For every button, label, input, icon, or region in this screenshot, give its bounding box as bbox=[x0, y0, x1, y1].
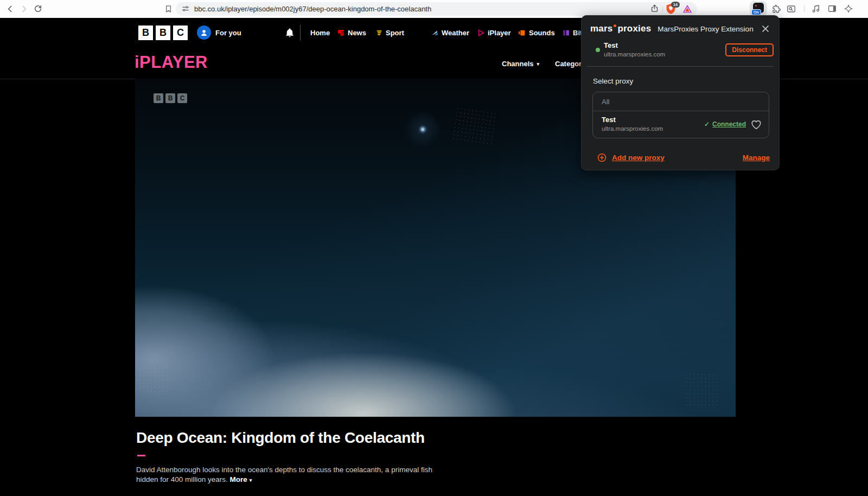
proxy-name: Test bbox=[602, 116, 663, 124]
forward-button[interactable] bbox=[17, 2, 30, 15]
brand-dot-icon bbox=[614, 24, 616, 27]
tune-icon bbox=[181, 4, 190, 13]
marsproxies-brand-logo: marsproxies bbox=[590, 23, 651, 34]
active-proxy-name: Test bbox=[604, 41, 665, 49]
sparkle-icon bbox=[844, 4, 853, 14]
search-window-icon bbox=[786, 4, 796, 14]
for-you-button[interactable]: For you bbox=[197, 26, 241, 40]
proxy-extension-button[interactable]: On bbox=[750, 1, 767, 16]
url-bar[interactable]: bbc.co.uk/iplayer/episode/m002jy67/deep-… bbox=[176, 2, 697, 16]
watermark-letter: B bbox=[154, 93, 163, 103]
nav-label: Home bbox=[310, 29, 330, 37]
forward-icon bbox=[20, 4, 29, 14]
nav-label: Sport bbox=[386, 29, 404, 37]
puzzle-icon bbox=[771, 4, 781, 14]
plankton-speckles bbox=[451, 106, 497, 145]
music-note-icon bbox=[811, 4, 821, 14]
description-line: hidden for 400 million years. bbox=[136, 475, 228, 484]
active-proxy-host: ultra.marsproxies.com bbox=[604, 51, 665, 58]
bookmark-icon bbox=[164, 5, 173, 13]
close-button[interactable] bbox=[761, 24, 770, 34]
share-button[interactable] bbox=[650, 4, 659, 15]
nav-link-home[interactable]: Home bbox=[310, 18, 330, 48]
nav-link-sounds[interactable]: Sounds bbox=[518, 18, 555, 48]
bbc-logo-letter: B bbox=[156, 26, 170, 40]
reload-icon bbox=[34, 4, 42, 13]
channels-menu[interactable]: Channels ▾ bbox=[502, 60, 539, 68]
proxy-host: ultra.marsproxies.com bbox=[602, 125, 663, 132]
proxy-on-badge: On bbox=[751, 9, 761, 15]
sidebar-icon bbox=[827, 4, 837, 14]
watermark-letter: B bbox=[165, 93, 175, 103]
bell-icon bbox=[285, 27, 295, 38]
back-button[interactable] bbox=[3, 2, 16, 15]
account-avatar-icon bbox=[197, 26, 211, 40]
proxy-option-all[interactable]: All bbox=[593, 92, 769, 111]
notifications-button[interactable] bbox=[285, 27, 295, 40]
marsproxies-extension-icon: On bbox=[753, 3, 764, 13]
nav-label: Weather bbox=[442, 29, 469, 37]
url-text: bbc.co.uk/iplayer/episode/m002jy67/deep-… bbox=[194, 5, 431, 13]
nav-link-iplayer[interactable]: iPlayer bbox=[477, 18, 511, 48]
proxy-list: All Test ultra.marsproxies.com ✓ Connect… bbox=[592, 92, 769, 138]
for-you-label: For you bbox=[215, 29, 241, 37]
proxy-option-test[interactable]: Test ultra.marsproxies.com ✓ Connected bbox=[593, 111, 769, 138]
person-icon bbox=[200, 28, 208, 37]
rewards-triangle-icon bbox=[682, 4, 692, 14]
sport-icon bbox=[375, 29, 382, 36]
brave-shield-button[interactable]: 14 bbox=[666, 3, 676, 15]
nav-label: News bbox=[348, 29, 366, 37]
heart-icon bbox=[750, 119, 762, 130]
leo-ai-button[interactable] bbox=[842, 2, 855, 15]
bbc-watermark: B B C bbox=[154, 93, 187, 103]
popup-header: marsproxies MarsProxies Proxy Extension bbox=[582, 16, 779, 34]
bookmark-button[interactable] bbox=[162, 2, 175, 15]
proxy-extension-popup: marsproxies MarsProxies Proxy Extension … bbox=[581, 15, 780, 170]
connected-label: Connected bbox=[712, 120, 746, 128]
bbc-logo-letter: C bbox=[173, 26, 188, 40]
nav-link-news[interactable]: News bbox=[337, 18, 366, 48]
shield-badge: 14 bbox=[671, 2, 680, 8]
browser-window: bbc.co.uk/iplayer/episode/m002jy67/deep-… bbox=[0, 0, 868, 496]
reload-button[interactable] bbox=[31, 2, 44, 15]
more-label: More bbox=[230, 475, 247, 484]
weather-icon bbox=[431, 29, 438, 36]
chevron-down-icon: ▾ bbox=[537, 61, 540, 67]
nav-link-sport[interactable]: Sport bbox=[375, 18, 404, 48]
plankton-speckles bbox=[685, 373, 718, 406]
chevron-down-icon: ▾ bbox=[250, 478, 252, 483]
popup-footer: Add new proxy Manage bbox=[582, 153, 779, 162]
active-connection-row: Test ultra.marsproxies.com Disconnect bbox=[582, 41, 779, 58]
iplayer-logo[interactable]: iPLAYER bbox=[135, 53, 208, 72]
sidebar-toggle-button[interactable] bbox=[826, 2, 839, 15]
nav-label: Sounds bbox=[529, 29, 555, 37]
episode-meta: Deep Ocean: Kingdom of the Coelacanth Da… bbox=[136, 429, 624, 493]
add-new-proxy-button[interactable]: Add new proxy bbox=[597, 153, 665, 162]
search-window-button[interactable] bbox=[784, 2, 797, 15]
manage-button[interactable]: Manage bbox=[743, 154, 770, 162]
connected-status[interactable]: ✓ Connected bbox=[704, 120, 746, 128]
bitesize-icon bbox=[563, 29, 570, 36]
media-button[interactable] bbox=[809, 2, 822, 15]
nav-link-weather[interactable]: Weather bbox=[431, 18, 469, 48]
more-button[interactable]: More ▾ bbox=[230, 475, 252, 484]
brand-text: mars bbox=[590, 23, 612, 34]
extensions-button[interactable] bbox=[769, 2, 782, 15]
title-accent-dash bbox=[137, 455, 145, 456]
add-new-proxy-label: Add new proxy bbox=[612, 154, 665, 162]
site-settings-icon[interactable] bbox=[181, 4, 190, 15]
disconnect-button[interactable]: Disconnect bbox=[725, 43, 774, 56]
popup-title: MarsProxies Proxy Extension bbox=[658, 25, 753, 33]
status-dot-icon bbox=[596, 48, 600, 52]
close-icon bbox=[762, 25, 769, 33]
brave-rewards-button[interactable] bbox=[682, 4, 692, 16]
channels-label: Channels bbox=[502, 60, 534, 68]
nav-label: iPlayer bbox=[488, 29, 511, 37]
favorite-button[interactable] bbox=[750, 119, 762, 130]
news-icon bbox=[337, 29, 344, 36]
popup-divider bbox=[587, 66, 774, 67]
bbc-logo[interactable]: B B C bbox=[138, 26, 188, 40]
iplayer-icon bbox=[477, 29, 484, 36]
bbc-logo-letter: B bbox=[138, 26, 153, 40]
sounds-icon bbox=[518, 29, 526, 36]
